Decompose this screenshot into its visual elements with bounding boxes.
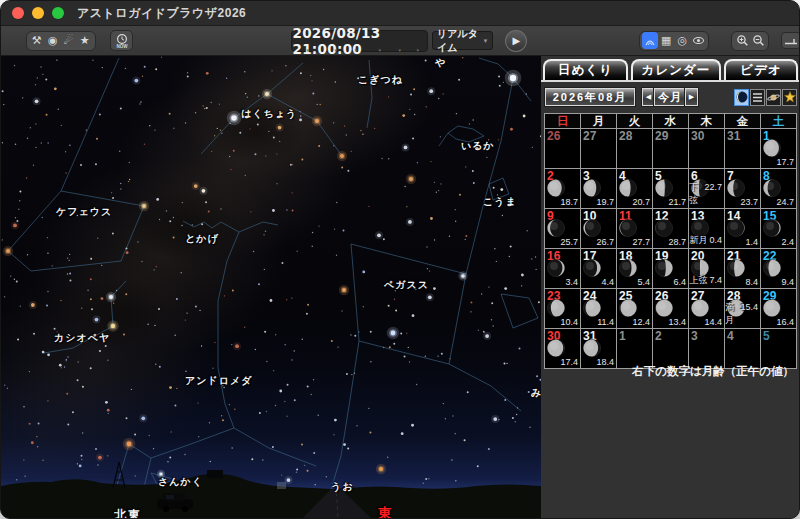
title-bar: アストロガイドブラウザ2026 [1,1,800,26]
now-button[interactable]: NOW [110,30,134,51]
tab-1[interactable]: カレンダー [631,59,721,80]
galaxy-icon[interactable]: ◉ [45,32,61,49]
tools-icon[interactable]: ⚒ [29,32,45,49]
calendar-day-cell[interactable]: 20上弦7.4 [689,249,724,288]
direction-label: 東 [378,505,393,519]
calendar-day-cell[interactable]: 218.7 [545,169,580,208]
calendar-day-cell[interactable]: 2411.4 [581,289,616,328]
calendar-day-cell[interactable]: 4 [725,329,760,368]
weekday-header-0: 日 [545,114,580,128]
spinner-month[interactable]: ▾ [334,47,337,53]
constellation-label: さんかく [158,475,203,489]
close-button[interactable] [12,7,24,19]
calendar-day-cell[interactable]: 229.4 [761,249,796,288]
calendar-day-cell[interactable]: 27 [581,129,616,168]
calendar-day-cell[interactable]: 521.7 [653,169,688,208]
calendar-day-cell[interactable]: 28満月15.4 [725,289,760,328]
calendar-day-cell[interactable]: 1 [617,329,652,368]
sky-viewport[interactable]: やこぎつねはくちょういるかこうまケフェウスとかげペガススカシオペヤアンドロメダみ… [1,56,541,519]
moon-phase-label: 下弦 [689,181,702,207]
spinner-second[interactable]: ▾ [416,47,419,53]
day-number: 30 [691,129,704,143]
calendar-day-cell[interactable]: 2613.4 [653,289,688,328]
calendar-day-cell[interactable]: 3 [689,329,724,368]
calendar-day-cell[interactable]: 420.7 [617,169,652,208]
calendar-day-cell[interactable]: 6下弦22.7 [689,169,724,208]
tab-2[interactable]: ビデオ [724,59,798,80]
moon-phase-image [582,178,602,198]
comet-icon[interactable]: ☄ [61,32,77,49]
calendar-day-cell[interactable]: 723.7 [725,169,760,208]
day-number: 31 [727,129,740,143]
calendar-day-cell[interactable]: 5 [761,329,796,368]
next-month-button[interactable]: ▶ [685,88,698,106]
calendar-day-cell[interactable]: 1228.7 [653,209,688,248]
constellation-label: こぎつね [358,73,403,87]
calendar-day-cell[interactable]: 163.4 [545,249,580,288]
calendar-day-cell[interactable]: 1127.7 [617,209,652,248]
calendar-day-cell[interactable]: 925.7 [545,209,580,248]
constellation-label: や [435,56,446,70]
moon-age-value: 12.4 [632,317,650,327]
calendar-day-cell[interactable]: 141.4 [725,209,760,248]
side-panel: 日めくりカレンダービデオ 2026年08月 ◀ 今月 ▶ 日月火水木金土2627… [541,56,800,519]
calendar-day-cell[interactable]: 31 [725,129,760,168]
spinner-year[interactable]: ▾ [306,47,309,53]
star-field [1,56,541,519]
calendar-day-cell[interactable]: 196.4 [653,249,688,288]
weekday-header-4: 木 [689,114,724,128]
datetime-field[interactable]: 2026/08/13 21:00:00 ▾ ▾ ▾ ▾ ▾ ▾ [291,30,428,52]
month-selector-button[interactable]: 2026年08月 [545,88,635,106]
weekday-header-3: 水 [653,114,688,128]
tab-0[interactable]: 日めくり [543,59,628,80]
zoom-out-button[interactable] [750,32,766,49]
spinner-day[interactable]: ▾ [354,47,357,53]
moon-age-value: 8.4 [745,277,758,287]
moon-view-button[interactable] [734,89,749,106]
calendar-day-cell[interactable]: 2512.4 [617,289,652,328]
calendar-day-cell[interactable]: 1026.7 [581,209,616,248]
list-view-button[interactable] [750,89,765,106]
spinner-hour[interactable]: ▾ [378,47,381,53]
calendar-day-cell[interactable]: 319.7 [581,169,616,208]
calendar-day-cell[interactable]: 174.4 [581,249,616,288]
minimize-button[interactable] [32,7,44,19]
zoom-in-button[interactable] [734,32,750,49]
calendar-day-cell[interactable]: 117.7 [761,129,796,168]
play-button[interactable]: ▶ [505,30,527,52]
calendar-day-cell[interactable]: 2916.4 [761,289,796,328]
star-view-button[interactable] [782,89,797,106]
calendar-day-cell[interactable]: 2714.4 [689,289,724,328]
calendar-day-cell[interactable]: 29 [653,129,688,168]
moon-phase-image [618,178,638,198]
calendar-day-cell[interactable]: 218.4 [725,249,760,288]
calendar-day-cell[interactable]: 3017.4 [545,329,580,368]
spinner-minute[interactable]: ▾ [398,47,401,53]
direction-label: 北東 [114,507,142,519]
calendar-day-cell[interactable]: 26 [545,129,580,168]
grid-icon[interactable]: ▦ [658,32,674,49]
calendar-grid: 日月火水木金土262728293031117.7218.7319.7420.75… [544,113,797,369]
calendar-day-cell[interactable]: 152.4 [761,209,796,248]
calendar-day-cell[interactable]: 824.7 [761,169,796,208]
calendar-day-cell[interactable]: 2310.4 [545,289,580,328]
eye-icon[interactable] [690,32,706,49]
time-mode-select[interactable]: リアルタイム ▼ [432,31,493,50]
finder-icon[interactable]: ◎ [674,32,690,49]
calendar-day-cell[interactable]: 185.4 [617,249,652,288]
star-icon[interactable]: ★ [77,32,93,49]
calendar-day-cell[interactable]: 13新月0.4 [689,209,724,248]
moon-age-value: 9.4 [781,277,794,287]
moon-phase-image [726,178,746,198]
calendar-day-cell[interactable]: 3118.4 [581,329,616,368]
calendar-day-cell[interactable]: 2 [653,329,688,368]
sky-view-button[interactable] [642,32,658,49]
calendar-day-cell[interactable]: 28 [617,129,652,168]
calendar-day-cell[interactable]: 30 [689,129,724,168]
planet-view-button[interactable] [766,89,781,106]
horizon-toggle-button[interactable] [781,32,800,49]
moon-age-value: 1.4 [745,237,758,247]
current-month-button[interactable]: 今月 [654,88,686,106]
zoom-button[interactable] [52,7,64,19]
moon-age-note: 右下の数字は月齢（正午の値） [632,364,794,379]
